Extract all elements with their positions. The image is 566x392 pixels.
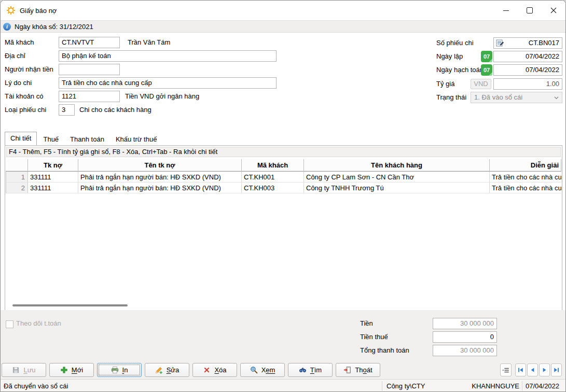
cell-tk-no[interactable]: 331111 — [28, 183, 78, 193]
row-number: 2 — [6, 183, 28, 193]
col-ma-khach[interactable]: Mã khách — [242, 159, 304, 171]
nav-first-icon — [517, 367, 524, 373]
edit-button[interactable]: Sửa — [145, 363, 189, 377]
label-so-phieu-chi: Số phiếu chi — [436, 37, 474, 49]
status-divider — [522, 381, 522, 391]
nav-last-icon — [553, 367, 560, 373]
theo-doi-checkbox[interactable] — [6, 320, 13, 328]
label-ma-khach: Mã khách — [5, 37, 34, 48]
cell-ma-khach[interactable]: CT.KH001 — [242, 172, 304, 183]
ma-khach-name: Trần Văn Tám — [128, 37, 170, 48]
status-bar: Đã chuyển vào sổ cái Công ty\CTY KHANHNG… — [1, 379, 565, 392]
action-button-bar: Lưu Mới In Sửa — [1, 361, 565, 379]
window-title: Giấy báo nợ — [20, 7, 57, 15]
app-gear-icon — [6, 6, 16, 15]
tab-khau-tru-thue[interactable]: Khấu trừ thuế — [111, 134, 162, 145]
save-icon — [12, 366, 20, 374]
dia-chi-field[interactable]: Bộ phận kế toán — [59, 50, 277, 62]
col-dien-giai[interactable]: Diễn giải — [490, 159, 561, 171]
cell-dien-giai[interactable]: Trả tiền cho các nhà cung cấp — [490, 172, 561, 183]
ty-gia-field[interactable]: 1.00 — [493, 78, 562, 90]
close-button[interactable] — [542, 1, 565, 20]
label-loai-phieu-chi: Loại phiếu chi — [5, 104, 46, 116]
ly-do-chi-field[interactable]: Trả tiền cho các nhà cung cấp — [59, 77, 277, 89]
new-button[interactable]: Mới — [49, 363, 94, 377]
detail-grid: Tk nợ Tên tk nợ Mã khách Tên khách hàng … — [6, 159, 561, 193]
grid-header-row: Tk nợ Tên tk nợ Mã khách Tên khách hàng … — [6, 159, 561, 172]
red-x-icon — [203, 366, 211, 374]
cell-tk-no[interactable]: 331111 — [28, 172, 78, 183]
cell-ten-khach-hang[interactable]: Công ty CP Lam Sơn - CN Cần Thơ — [304, 172, 490, 183]
label-dia-chi: Địa chỉ — [5, 50, 25, 62]
list-lines-icon — [502, 367, 509, 374]
table-row[interactable]: 2 331111 Phải trả ngắn hạn người bán: HĐ… — [6, 183, 561, 193]
table-row[interactable]: 1 331111 Phải trả ngắn hạn người bán: HĐ… — [6, 172, 561, 183]
horizontal-scrollbar-thumb[interactable] — [12, 304, 128, 306]
nav-prev-icon — [529, 367, 536, 373]
title-bar: Giấy báo nợ — [1, 1, 565, 20]
nav-next-icon — [541, 367, 548, 373]
tai-khoan-co-field[interactable]: 1121 — [59, 91, 120, 102]
col-ten-khach-hang[interactable]: Tên khách hàng — [304, 159, 490, 171]
ma-khach-field[interactable]: CT.NVTVT — [59, 37, 120, 48]
tab-chi-tiet[interactable]: Chi tiết — [5, 132, 37, 145]
ngay-hach-toan-calendar-icon[interactable]: 07 — [481, 64, 492, 76]
tien-field[interactable]: 30 000 000 — [433, 318, 497, 329]
cell-ten-tk-no[interactable]: Phải trả ngắn hạn người bán: HĐ SXKD (VN… — [78, 183, 242, 193]
nav-first-button[interactable] — [515, 363, 526, 376]
printer-icon — [111, 366, 119, 374]
cell-dien-giai[interactable]: Trả tiền cho các nhà cung cấp — [490, 183, 561, 193]
chevron-down-icon — [554, 95, 559, 100]
tab-thanh-toan[interactable]: Thanh toán — [65, 134, 109, 145]
binoculars-icon — [299, 366, 307, 374]
info-icon: i — [3, 23, 11, 31]
label-tong-thanh-toan: Tổng thanh toán — [360, 345, 409, 356]
row-number: 1 — [6, 172, 28, 183]
pencil-icon — [155, 366, 163, 374]
app-window: Giấy báo nợ i Ngày khóa sổ: 31/12/2021 M… — [0, 0, 566, 392]
currency-button[interactable]: VND — [471, 79, 491, 89]
col-rownum[interactable] — [6, 159, 28, 171]
status-user: KHANHNGUYE — [469, 380, 519, 392]
ngay-lap-field[interactable]: 07/04/2022 — [493, 51, 562, 62]
tien-thue-field[interactable]: 0 — [433, 331, 497, 343]
exit-door-icon — [343, 366, 351, 374]
nav-prev-button[interactable] — [527, 363, 538, 376]
maximize-button[interactable] — [518, 1, 542, 20]
lock-date-bar: i Ngày khóa sổ: 31/12/2021 — [1, 20, 565, 33]
label-ly-do-chi: Lý do chi — [5, 77, 32, 89]
print-button[interactable]: In — [97, 363, 142, 377]
trang-thai-value: 1. Đã vào sổ cái — [474, 93, 522, 101]
tong-thanh-toan-field[interactable]: 30 000 000 — [433, 345, 497, 356]
detail-panel: F4 - Thêm, F5 - Tính tỷ giá ghi sổ, F8 -… — [5, 145, 562, 311]
status-message: Đã chuyển vào sổ cái — [4, 380, 68, 392]
nguoi-nhan-tien-field[interactable] — [59, 64, 120, 75]
voucher-number-icon[interactable] — [496, 39, 504, 47]
col-ten-tk-no[interactable]: Tên tk nợ — [78, 159, 242, 171]
label-tien: Tiền — [360, 318, 373, 329]
detail-list-button[interactable] — [500, 363, 512, 376]
save-button[interactable]: Lưu — [2, 363, 46, 377]
find-button[interactable]: Tìm — [288, 363, 333, 377]
cell-ma-khach[interactable]: CT.KH003 — [242, 183, 304, 193]
trang-thai-select[interactable]: 1. Đã vào sổ cái — [471, 92, 562, 103]
status-company: Công ty\CTY — [386, 380, 425, 392]
ngay-lap-calendar-icon[interactable]: 07 — [481, 51, 492, 62]
minimize-button[interactable] — [494, 1, 518, 20]
nav-last-button[interactable] — [551, 363, 562, 376]
col-tk-no[interactable]: Tk nợ — [28, 159, 78, 171]
loai-phieu-chi-field[interactable]: 3 — [59, 104, 75, 116]
label-nguoi-nhan-tien: Người nhận tiền — [5, 64, 53, 75]
label-ngay-hach-toan: Ngày hạch toán — [436, 64, 484, 76]
nav-next-button[interactable] — [539, 363, 550, 376]
delete-button[interactable]: Xóa — [192, 363, 237, 377]
cell-ten-tk-no[interactable]: Phải trả ngắn hạn người bán: HĐ SXKD (VN… — [78, 172, 242, 183]
tab-thue[interactable]: Thuế — [38, 134, 64, 145]
cell-ten-khach-hang[interactable]: Công ty TNHH Trương Tú — [304, 183, 490, 193]
ngay-hach-toan-field[interactable]: 07/04/2022 — [493, 64, 562, 76]
label-tien-thue: Tiền thuế — [360, 331, 388, 343]
exit-button[interactable]: Thoát — [336, 363, 380, 377]
view-button[interactable]: Xem — [240, 363, 285, 377]
label-ty-gia: Tỷ giá — [436, 78, 454, 90]
hotkey-hint-bar: F4 - Thêm, F5 - Tính tỷ giá ghi sổ, F8 -… — [6, 147, 561, 157]
